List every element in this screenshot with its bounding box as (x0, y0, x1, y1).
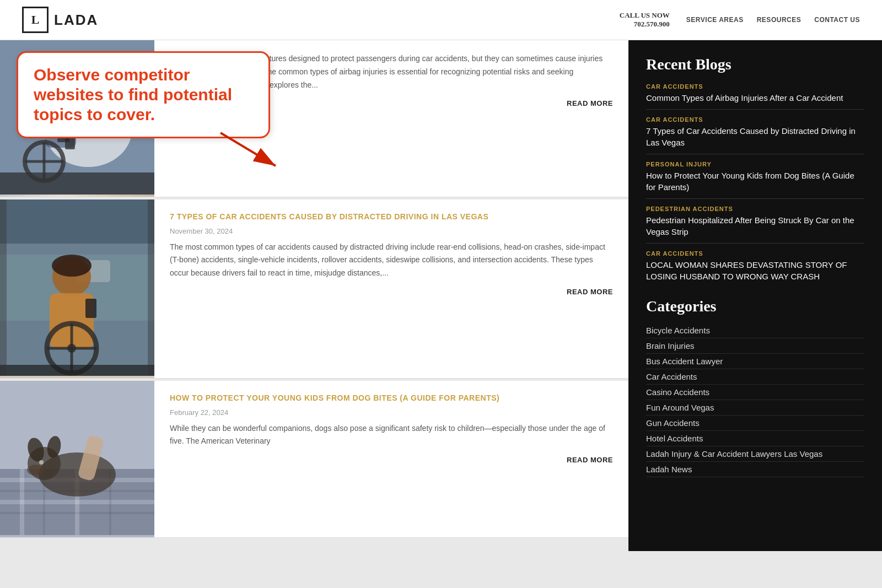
article-body: HOW TO PROTECT YOUR YOUNG KIDS FROM DOG … (154, 381, 628, 537)
dog-bites-icon (0, 381, 154, 535)
logo-text: LADA (54, 12, 98, 29)
sidebar-divider (646, 154, 864, 154)
site-header: L LADA CALL US NOW 702.570.900 SERVICE A… (0, 0, 882, 40)
callout-box: Observe competitor websites to find pote… (17, 51, 270, 138)
article-body: 7 TYPES OF CAR ACCIDENTS CAUSED BY DISTR… (154, 199, 628, 378)
sidebar-category-label: CAR ACCIDENTS (646, 250, 864, 257)
category-item[interactable]: Bicycle Accidents (646, 323, 864, 338)
sidebar-divider (646, 243, 864, 244)
callout-arrow-icon (215, 127, 281, 171)
phone-label: CALL US NOW (620, 11, 670, 20)
nav-resources[interactable]: RESOURCES (757, 16, 802, 24)
svg-rect-27 (148, 199, 154, 376)
sidebar-divider (646, 198, 864, 199)
svg-line-1 (220, 133, 276, 166)
category-item[interactable]: Casino Accidents (646, 385, 864, 400)
article-image-dog (0, 381, 154, 537)
category-item[interactable]: Hotel Accidents (646, 431, 864, 446)
phone-info: CALL US NOW 702.570.900 (620, 11, 670, 29)
article-image-distracted (0, 199, 154, 378)
svg-point-43 (27, 465, 45, 476)
sidebar: Recent Blogs CAR ACCIDENTS Common Types … (628, 40, 882, 551)
nav-links: SERVICE AREAS RESOURCES CONTACT US (686, 16, 860, 24)
article-card: 7 TYPES OF CAR ACCIDENTS CAUSED BY DISTR… (0, 199, 628, 379)
article-excerpt: The most common types of car accidents c… (170, 241, 613, 280)
svg-rect-8 (0, 172, 154, 195)
svg-rect-25 (0, 199, 154, 244)
article-excerpt: While they can be wonderful companions, … (170, 422, 613, 449)
page-body: Observe competitor websites to find pote… (0, 40, 882, 551)
sidebar-category-label: CAR ACCIDENTS (646, 116, 864, 123)
sidebar-category-label: PEDESTRIAN ACCIDENTS (646, 206, 864, 212)
article-card: HOW TO PROTECT YOUR YOUNG KIDS FROM DOG … (0, 381, 628, 538)
article-date: February 22, 2024 (170, 408, 613, 417)
sidebar-blog-title[interactable]: LOCAL WOMAN SHARES DEVASTATING STORY OF … (646, 259, 864, 282)
logo-icon: L (22, 7, 49, 33)
sidebar-blog-item: CAR ACCIDENTS Common Types of Airbag Inj… (646, 83, 864, 104)
category-item[interactable]: Ladah News (646, 462, 864, 477)
svg-rect-26 (0, 199, 7, 376)
svg-point-42 (39, 460, 44, 465)
callout-text: Observe competitor websites to find pote… (34, 65, 253, 125)
sidebar-category-label: CAR ACCIDENTS (646, 83, 864, 90)
read-more-button[interactable]: READ MORE (170, 288, 613, 296)
svg-rect-19 (85, 299, 96, 318)
distracted-driving-icon (0, 199, 154, 376)
logo-area: L LADA (22, 7, 98, 33)
nav-contact[interactable]: CONTACT US (814, 16, 860, 24)
sidebar-divider (646, 109, 864, 110)
main-content: Observe competitor websites to find pote… (0, 40, 628, 551)
category-item[interactable]: Fun Around Vegas (646, 400, 864, 416)
header-navigation: CALL US NOW 702.570.900 SERVICE AREAS RE… (620, 11, 860, 29)
nav-service-areas[interactable]: SERVICE AREAS (686, 16, 744, 24)
sidebar-blog-title[interactable]: Pedestrian Hospitalized After Being Stru… (646, 214, 864, 238)
phone-number: 702.570.900 (620, 20, 670, 29)
sidebar-blog-item: PERSONAL INJURY How to Protect Your Youn… (646, 161, 864, 193)
svg-rect-24 (0, 365, 154, 376)
sidebar-blog-item: CAR ACCIDENTS LOCAL WOMAN SHARES DEVASTA… (646, 250, 864, 282)
callout-wrapper: Observe competitor websites to find pote… (17, 51, 270, 138)
article-date: November 30, 2024 (170, 227, 613, 235)
category-item[interactable]: Gun Accidents (646, 416, 864, 431)
sidebar-blog-title[interactable]: Common Types of Airbag Injuries After a … (646, 92, 864, 104)
category-item[interactable]: Car Accidents (646, 369, 864, 385)
article-title: HOW TO PROTECT YOUR YOUNG KIDS FROM DOG … (170, 393, 613, 404)
sidebar-blog-item: CAR ACCIDENTS 7 Types of Car Accidents C… (646, 116, 864, 148)
recent-blogs-title: Recent Blogs (646, 56, 864, 73)
sidebar-blog-item: PEDESTRIAN ACCIDENTS Pedestrian Hospital… (646, 206, 864, 238)
category-item[interactable]: Bus Accident Lawyer (646, 354, 864, 369)
svg-point-18 (52, 255, 92, 277)
sidebar-blog-title[interactable]: 7 Types of Car Accidents Caused by Distr… (646, 125, 864, 148)
article-title: 7 TYPES OF CAR ACCIDENTS CAUSED BY DISTR… (170, 212, 613, 223)
category-item[interactable]: Brain Injuries (646, 338, 864, 354)
category-item[interactable]: Ladah Injury & Car Accident Lawyers Las … (646, 446, 864, 462)
read-more-button[interactable]: READ MORE (170, 456, 613, 464)
sidebar-category-label: PERSONAL INJURY (646, 161, 864, 168)
sidebar-blog-title[interactable]: How to Protect Your Young Kids from Dog … (646, 170, 864, 193)
categories-title: Categories (646, 298, 864, 315)
